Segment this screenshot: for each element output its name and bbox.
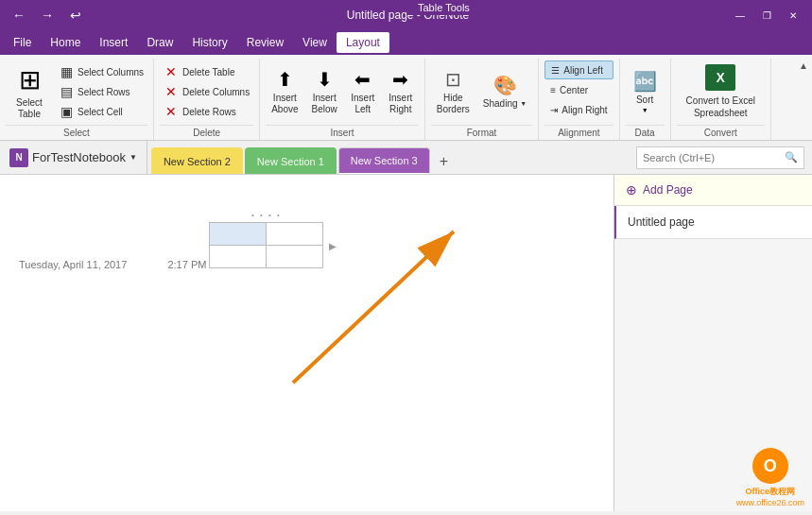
page-date: Tuesday, April 11, 2017	[19, 259, 127, 270]
notebook-name-label: ForTestNotebook	[32, 150, 126, 164]
shading-icon: 🎨	[493, 74, 517, 96]
menu-bar: File Home Insert Draw History Review Vie…	[0, 30, 812, 55]
page-time: 2:17 PM	[167, 259, 206, 270]
select-columns-label: Select Columns	[78, 67, 144, 77]
select-rows-label: Select Rows	[78, 87, 130, 97]
section-tab-new-section-3[interactable]: New Section 3	[338, 147, 430, 174]
ribbon-group-select: ⊞ SelectTable ▦ Select Columns ▤ Select …	[0, 59, 154, 140]
align-left-label: Align Left	[563, 65, 603, 76]
table-row	[210, 223, 323, 246]
delete-columns-button[interactable]: ✕ Delete Columns	[160, 82, 253, 101]
convert-to-excel-button[interactable]: Convert to ExcelSpreadsheet	[677, 60, 765, 123]
format-group-label: Format	[431, 125, 532, 140]
add-page-button[interactable]: ⊕ Add Page	[614, 175, 812, 206]
undo-button[interactable]: ↩	[64, 4, 87, 26]
hide-borders-label: HideBorders	[437, 93, 470, 115]
sort-button[interactable]: 🔤 Sort ▼	[626, 60, 665, 123]
delete-rows-button[interactable]: ✕ Delete Rows	[160, 102, 253, 121]
menu-insert[interactable]: Insert	[90, 32, 137, 53]
insert-below-icon: ⬇	[317, 68, 333, 91]
search-input[interactable]	[637, 150, 779, 165]
minimize-button[interactable]: —	[729, 6, 752, 25]
data-group-label: Data	[626, 125, 665, 140]
insert-above-button[interactable]: ⬆ InsertAbove	[266, 60, 303, 123]
menu-file[interactable]: File	[4, 32, 41, 53]
shading-button[interactable]: 🎨 Shading ▼	[477, 60, 532, 123]
title-bar-controls: — ❒ ✕	[729, 6, 804, 25]
delete-rows-label: Delete Rows	[182, 107, 236, 117]
table-cell[interactable]	[210, 246, 267, 268]
align-right-label: Align Right	[561, 105, 607, 115]
insert-above-icon: ⬆	[277, 68, 293, 91]
restore-button[interactable]: ❒	[755, 6, 778, 25]
insert-below-button[interactable]: ⬇ InsertBelow	[306, 60, 343, 123]
section-tab-new-section-2[interactable]: New Section 2	[151, 147, 243, 174]
delete-table-label: Delete Table	[182, 67, 234, 77]
search-box: 🔍	[636, 146, 804, 169]
page-content: Tuesday, April 11, 2017 2:17 PM • • • • …	[0, 175, 613, 511]
menu-view[interactable]: View	[293, 32, 337, 53]
select-columns-button[interactable]: ▦ Select Columns	[55, 62, 147, 81]
hide-borders-button[interactable]: ⊡ HideBorders	[431, 60, 475, 123]
office-logo-icon: O	[752, 448, 788, 484]
page-item-untitled[interactable]: Untitled page	[614, 206, 812, 239]
insert-group-label: Insert	[266, 125, 419, 140]
select-columns-icon: ▦	[59, 64, 74, 79]
table-cell[interactable]	[267, 246, 323, 268]
delete-table-icon: ✕	[164, 64, 179, 79]
menu-draw[interactable]: Draw	[137, 32, 182, 53]
convert-group-label: Convert	[677, 125, 765, 140]
notebook-dropdown-arrow: ▼	[130, 153, 137, 162]
table-cell[interactable]	[210, 223, 267, 246]
align-right-button[interactable]: ⇥ Align Right	[544, 100, 613, 119]
add-section-button[interactable]: +	[432, 149, 456, 174]
menu-history[interactable]: History	[182, 32, 236, 53]
add-page-icon: ⊕	[626, 182, 637, 197]
alignment-group-label: Alignment	[544, 125, 613, 140]
search-button[interactable]: 🔍	[779, 149, 803, 165]
table-cell[interactable]	[267, 223, 323, 246]
select-rows-button[interactable]: ▤ Select Rows	[55, 82, 147, 101]
mini-table[interactable]	[209, 222, 323, 268]
align-left-button[interactable]: ☰ Align Left	[544, 60, 613, 79]
menu-review[interactable]: Review	[237, 32, 293, 53]
insert-above-label: InsertAbove	[271, 93, 298, 115]
close-button[interactable]: ✕	[782, 6, 804, 25]
delete-table-button[interactable]: ✕ Delete Table	[160, 62, 253, 81]
table-handle[interactable]: • • • •	[251, 211, 282, 219]
delete-columns-icon: ✕	[164, 84, 179, 99]
select-cell-icon: ▣	[59, 104, 74, 119]
sort-label: Sort	[636, 94, 653, 105]
menu-home[interactable]: Home	[41, 32, 90, 53]
insert-right-button[interactable]: ➡ InsertRight	[383, 60, 419, 123]
ribbon-group-insert: ⬆ InsertAbove ⬇ InsertBelow ⬅ InsertLeft…	[260, 59, 425, 140]
select-cell-button[interactable]: ▣ Select Cell	[55, 102, 147, 121]
main-area: Tuesday, April 11, 2017 2:17 PM • • • • …	[0, 175, 812, 511]
excel-icon	[705, 64, 735, 91]
forward-button[interactable]: →	[36, 4, 59, 26]
sort-icon: 🔤	[633, 70, 657, 93]
delete-columns-label: Delete Columns	[182, 87, 250, 97]
select-small-buttons: ▦ Select Columns ▤ Select Rows ▣ Select …	[55, 60, 147, 123]
section-tabs: New Section 2 New Section 1 New Section …	[147, 141, 456, 174]
align-center-button[interactable]: ≡ Center	[544, 80, 613, 99]
hide-borders-icon: ⊡	[445, 68, 461, 91]
ribbon-group-alignment: ☰ Align Left ≡ Center ⇥ Align Right Alig…	[539, 59, 619, 140]
office-logo-letter: O	[764, 456, 777, 476]
menu-layout[interactable]: Layout	[337, 32, 389, 53]
back-button[interactable]: ←	[8, 4, 30, 26]
insert-left-button[interactable]: ⬅ InsertLeft	[345, 60, 381, 123]
office-logo-text-line1: Office教程网	[746, 486, 796, 498]
notebook-name[interactable]: N ForTestNotebook ▼	[0, 141, 147, 174]
table-row	[210, 246, 323, 268]
select-table-button[interactable]: ⊞ SelectTable	[6, 60, 53, 123]
align-left-icon: ☰	[551, 65, 560, 76]
ribbon-collapse-button[interactable]: ▲	[795, 59, 812, 140]
convert-label: Convert to ExcelSpreadsheet	[686, 94, 755, 119]
notebook-icon-letter: N	[15, 152, 22, 163]
table-move-handle[interactable]: ▶	[329, 240, 337, 250]
select-group-label: Select	[6, 125, 147, 140]
section-tab-new-section-1[interactable]: New Section 1	[245, 147, 337, 174]
office-logo-text-line2: www.office26.com	[736, 498, 804, 507]
ribbon-group-format: ⊡ HideBorders 🎨 Shading ▼ Format	[425, 59, 539, 140]
